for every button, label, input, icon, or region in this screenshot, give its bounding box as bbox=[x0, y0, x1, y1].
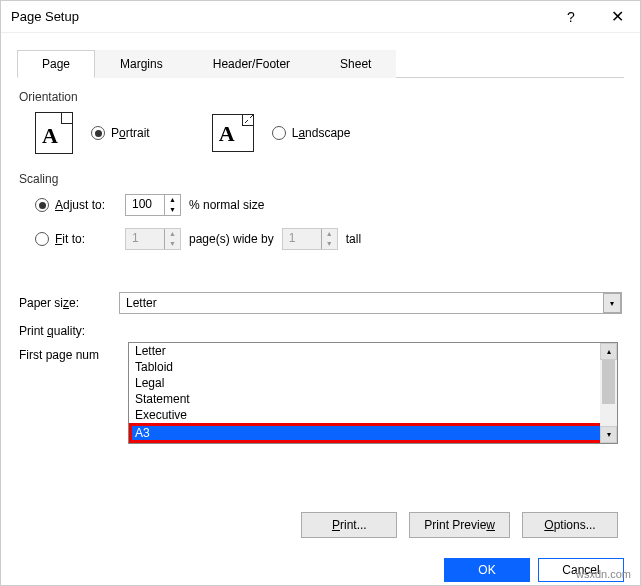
footer-row: OK Cancel bbox=[1, 548, 640, 586]
dropdown-item[interactable]: A3 bbox=[129, 423, 617, 443]
chevron-up-icon[interactable]: ▲ bbox=[165, 195, 180, 205]
paper-size-row: Paper size: Letter ▾ bbox=[19, 292, 622, 314]
adjust-value[interactable]: 100 bbox=[126, 195, 164, 215]
radio-adjust[interactable]: Adjust to: bbox=[35, 198, 117, 212]
chevron-down-icon[interactable]: ▾ bbox=[600, 426, 617, 443]
paper-size-dropdown: LetterTabloidLegalStatementExecutiveA3 ▴… bbox=[128, 342, 618, 444]
orientation-row: A Portrait A Landscape bbox=[35, 112, 622, 154]
paper-size-label: Paper size: bbox=[19, 296, 119, 310]
scrollbar-thumb[interactable] bbox=[602, 360, 615, 404]
dropdown-item[interactable]: Statement bbox=[129, 391, 617, 407]
paper-size-combo[interactable]: Letter ▾ bbox=[119, 292, 622, 314]
adjust-spinner[interactable]: 100 ▲▼ bbox=[125, 194, 181, 216]
print-button[interactable]: Print... bbox=[301, 512, 397, 538]
dropdown-item[interactable]: Letter bbox=[129, 343, 617, 359]
page-panel: Orientation A Portrait A Landscape Scali… bbox=[17, 78, 624, 548]
adjust-suffix: % normal size bbox=[189, 198, 264, 212]
radio-dot-icon bbox=[272, 126, 286, 140]
orientation-label: Orientation bbox=[19, 90, 622, 104]
radio-dot-icon bbox=[91, 126, 105, 140]
tab-strip: Page Margins Header/Footer Sheet bbox=[17, 49, 624, 78]
help-button[interactable]: ? bbox=[548, 1, 594, 33]
fit-row: Fit to: 1 ▲▼ page(s) wide by 1 ▲▼ tall bbox=[35, 228, 622, 250]
tab-headerfooter[interactable]: Header/Footer bbox=[188, 50, 315, 78]
chevron-up-icon[interactable]: ▴ bbox=[600, 343, 617, 360]
first-page-label: First page num bbox=[19, 348, 119, 362]
dialog-title: Page Setup bbox=[11, 9, 548, 24]
fit-wide-spinner[interactable]: 1 ▲▼ bbox=[125, 228, 181, 250]
radio-fit[interactable]: Fit to: bbox=[35, 232, 117, 246]
dropdown-list: LetterTabloidLegalStatementExecutiveA3 bbox=[129, 343, 617, 443]
print-preview-button[interactable]: Print Preview bbox=[409, 512, 510, 538]
tab-page[interactable]: Page bbox=[17, 50, 95, 78]
dropdown-item[interactable]: Legal bbox=[129, 375, 617, 391]
watermark-text: wsxdn.com bbox=[576, 568, 631, 580]
fit-wide-suffix: page(s) wide by bbox=[189, 232, 274, 246]
landscape-page-icon: A bbox=[212, 114, 254, 152]
chevron-up-icon[interactable]: ▲ bbox=[322, 229, 337, 239]
radio-landscape[interactable]: Landscape bbox=[272, 126, 351, 140]
paper-size-value: Letter bbox=[120, 294, 603, 312]
radio-dot-icon bbox=[35, 198, 49, 212]
titlebar: Page Setup ? ✕ bbox=[1, 1, 640, 33]
dropdown-item[interactable]: Tabloid bbox=[129, 359, 617, 375]
fit-wide-value[interactable]: 1 bbox=[126, 229, 164, 249]
fit-tall-spinner[interactable]: 1 ▲▼ bbox=[282, 228, 338, 250]
fit-tall-suffix: tall bbox=[346, 232, 361, 246]
button-row: Print... Print Preview Options... bbox=[19, 502, 622, 548]
chevron-down-icon[interactable]: ▾ bbox=[603, 293, 621, 313]
close-button[interactable]: ✕ bbox=[594, 1, 640, 33]
print-quality-row: Print quality: bbox=[19, 324, 622, 338]
dropdown-scrollbar[interactable]: ▴ ▾ bbox=[600, 343, 617, 443]
tab-margins[interactable]: Margins bbox=[95, 50, 188, 78]
tab-sheet[interactable]: Sheet bbox=[315, 50, 396, 78]
options-button[interactable]: Options... bbox=[522, 512, 618, 538]
chevron-down-icon[interactable]: ▼ bbox=[165, 205, 180, 215]
portrait-page-icon: A bbox=[35, 112, 73, 154]
chevron-down-icon[interactable]: ▼ bbox=[322, 239, 337, 249]
chevron-down-icon[interactable]: ▼ bbox=[165, 239, 180, 249]
print-quality-label: Print quality: bbox=[19, 324, 119, 338]
content-area: Page Margins Header/Footer Sheet Orienta… bbox=[1, 33, 640, 548]
radio-dot-icon bbox=[35, 232, 49, 246]
chevron-up-icon[interactable]: ▲ bbox=[165, 229, 180, 239]
radio-portrait[interactable]: Portrait bbox=[91, 126, 150, 140]
adjust-row: Adjust to: 100 ▲▼ % normal size bbox=[35, 194, 622, 216]
fit-tall-value[interactable]: 1 bbox=[283, 229, 321, 249]
dropdown-item[interactable]: Executive bbox=[129, 407, 617, 423]
ok-button[interactable]: OK bbox=[444, 558, 530, 582]
page-setup-dialog: Page Setup ? ✕ Page Margins Header/Foote… bbox=[0, 0, 641, 586]
scaling-label: Scaling bbox=[19, 172, 622, 186]
